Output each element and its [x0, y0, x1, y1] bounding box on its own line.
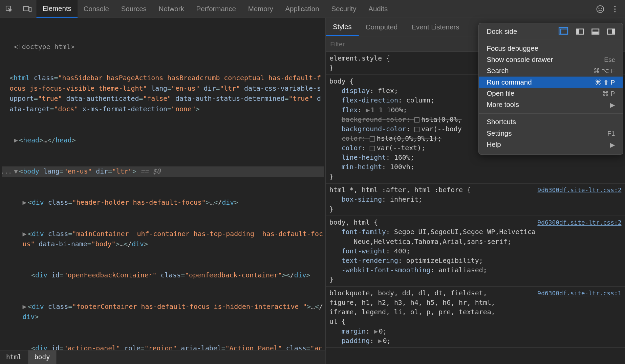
tab-performance[interactable]: Performance — [190, 0, 242, 18]
color-swatch-icon[interactable] — [370, 136, 375, 141]
elements-panel: <!doctype html> <html class="hasSidebar … — [0, 18, 326, 364]
tab-audits[interactable]: Audits — [362, 0, 394, 18]
tab-network[interactable]: Network — [153, 0, 190, 18]
color-swatch-icon[interactable] — [414, 127, 419, 132]
breadcrumb: html body — [0, 350, 325, 364]
menu-item-settings[interactable]: SettingsF1 — [479, 128, 623, 139]
rule-body-html[interactable]: body, html {9d6300df.site-ltr.css:2 font… — [326, 216, 625, 287]
main-tabs: Elements Console Sources Network Perform… — [37, 0, 394, 18]
source-link[interactable]: 9d6300df.site-ltr.css:2 — [537, 218, 621, 227]
feedback-icon[interactable] — [593, 4, 608, 13]
dock-left-icon[interactable] — [576, 28, 584, 35]
doctype-node[interactable]: <!doctype html> — [14, 43, 74, 51]
main-context-menu: Dock side Focus debuggeeShow console dra… — [478, 23, 623, 155]
svg-point-4 — [599, 8, 599, 8]
sidebar-tab-styles[interactable]: Styles — [326, 18, 359, 36]
rule-reset[interactable]: blockquote, body, dd, dl, dt, fieldset, … — [326, 287, 625, 347]
menu-item-show-console-drawer[interactable]: Show console drawerEsc — [479, 54, 623, 65]
html-open-node[interactable]: <html class="hasSidebar hasPageActions h… — [2, 73, 324, 114]
tab-memory[interactable]: Memory — [242, 0, 279, 18]
head-node[interactable]: ▶<head>…</head> — [2, 135, 324, 145]
tab-elements[interactable]: Elements — [37, 0, 78, 18]
dock-bottom-icon[interactable] — [591, 28, 599, 35]
svg-point-3 — [597, 5, 604, 12]
dom-tree[interactable]: <!doctype html> <html class="hasSidebar … — [0, 18, 325, 350]
menu-divider — [479, 113, 623, 114]
menu-item-shortcuts[interactable]: Shortcuts — [479, 116, 623, 128]
menu-item-focus-debuggee[interactable]: Focus debuggee — [479, 43, 623, 54]
crumb-html[interactable]: html — [0, 350, 28, 364]
menu-item-run-command[interactable]: Run command⌘ ⇧ P — [479, 77, 623, 88]
source-link[interactable]: 9d6300df.site-ltr.css:1 — [537, 288, 621, 326]
svg-point-6 — [614, 6, 616, 7]
tab-sources[interactable]: Sources — [115, 0, 153, 18]
tab-security[interactable]: Security — [325, 0, 363, 18]
body-node-selected[interactable]: ▼<body lang="en-us" dir="ltr"> == $0 — [2, 166, 324, 177]
dock-right-icon[interactable] — [607, 28, 615, 35]
div-main-container[interactable]: ▶<div class="mainContainer uhf-container… — [2, 229, 324, 249]
rule-html-star[interactable]: html *, html :after, html :before {9d630… — [326, 184, 625, 216]
menu-item-more-tools[interactable]: More tools▶ — [479, 99, 623, 111]
menu-item-search[interactable]: Search⌘ ⌥ F — [479, 65, 623, 76]
source-link[interactable]: 9d6300df.site-ltr.css:2 — [537, 185, 621, 195]
color-swatch-icon[interactable] — [370, 146, 375, 151]
more-menu-icon[interactable] — [608, 4, 623, 13]
device-toolbar-icon[interactable] — [18, 0, 37, 18]
dock-undock-icon[interactable] — [560, 28, 568, 35]
color-swatch-icon[interactable] — [414, 117, 419, 122]
sidebar-tab-computed[interactable]: Computed — [359, 18, 404, 36]
svg-point-8 — [614, 11, 616, 12]
svg-rect-2 — [29, 7, 31, 12]
svg-rect-1 — [23, 6, 28, 11]
svg-point-5 — [601, 8, 602, 8]
div-action-panel[interactable]: <div id="action-panel" role="region" ari… — [2, 343, 324, 350]
div-openfeedback[interactable]: <div id="openFeedbackContainer" class="o… — [2, 270, 324, 281]
tab-application[interactable]: Application — [279, 0, 325, 18]
sidebar-tab-event-listeners[interactable]: Event Listeners — [405, 18, 466, 36]
div-footer-container[interactable]: ▶<div class="footerContainer has-default… — [2, 301, 324, 322]
tab-console[interactable]: Console — [78, 0, 115, 18]
menu-item-open-file[interactable]: Open file⌘ P — [479, 88, 623, 99]
inspect-element-icon[interactable] — [0, 0, 18, 18]
svg-point-7 — [614, 8, 616, 9]
div-header-holder[interactable]: ▶<div class="header-holder has-default-f… — [2, 198, 324, 208]
crumb-body[interactable]: body — [28, 350, 56, 364]
dock-side-label: Dock side — [487, 28, 553, 36]
menu-item-help[interactable]: Help▶ — [479, 139, 623, 151]
devtools-toolbar: Elements Console Sources Network Perform… — [0, 0, 625, 18]
menu-divider — [479, 40, 623, 40]
